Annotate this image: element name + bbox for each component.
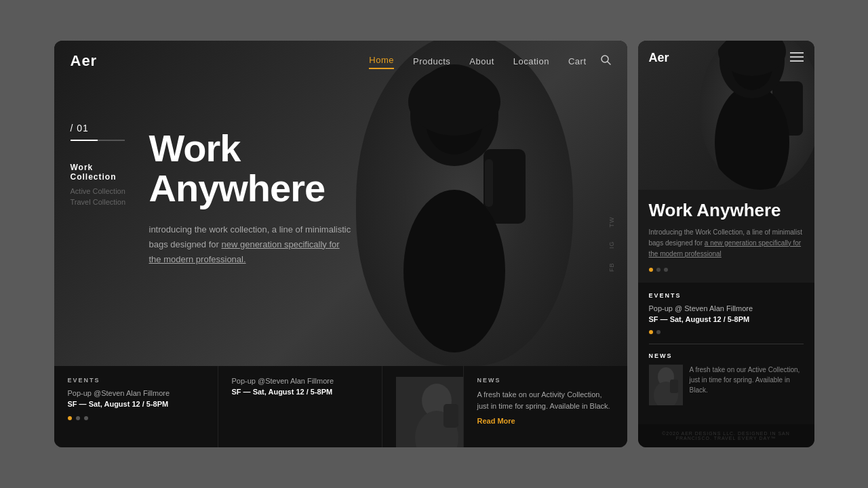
nav-item-cart[interactable]: Cart (568, 55, 587, 67)
mobile-nav: Aer (638, 41, 814, 75)
slide-number: / 01 (71, 123, 89, 134)
social-ig[interactable]: IG (608, 241, 615, 249)
events-section-1: EVENTS Pop-up @Steven Alan Fillmore SF —… (54, 366, 218, 447)
mobile-event-date: SF — Sat, August 12 / 5-8PM (649, 315, 804, 323)
app-container: Aer Home Products About Location Cart (54, 41, 814, 447)
nav-item-about[interactable]: About (469, 55, 494, 67)
news-label: NEWS (477, 377, 614, 384)
product-image (382, 366, 464, 447)
hero-content: Work Anywhere introducing the work colle… (149, 129, 519, 267)
slide-indicator: / 01 (71, 122, 136, 141)
svg-rect-11 (443, 404, 458, 428)
collection-item-travel[interactable]: Travel Collection (71, 198, 136, 206)
mobile-dot-1 (649, 268, 653, 272)
mobile-footer: ©2020 AER DESIGNS LLC. DESIGNED IN SAN F… (638, 424, 814, 447)
nav-item-location[interactable]: Location (513, 55, 549, 67)
mobile-logo[interactable]: Aer (649, 51, 669, 65)
mobile-hero-title: Work Anywhere (649, 201, 804, 220)
collection-item-active[interactable]: Active Collection (71, 187, 136, 195)
mobile-footer-text: ©2020 AER DESIGNS LLC. DESIGNED IN SAN F… (649, 431, 804, 441)
nav-item-products[interactable]: Products (413, 55, 450, 67)
event-date-2: SF — Sat, August 12 / 5-8PM (232, 388, 368, 396)
mobile-hero-dots (649, 268, 804, 272)
mobile-event-dot-1 (649, 330, 653, 334)
mobile-event-title: Pop-up @ Steven Alan Fillmore (649, 304, 804, 312)
mobile-hero: Aer (638, 41, 814, 190)
nav-links: Home Products About Location Cart (369, 54, 586, 69)
dot-2 (76, 416, 80, 420)
hero-description: introducing the work collection, a line … (149, 222, 353, 267)
svg-line-7 (608, 62, 610, 64)
event-date-1: SF — Sat, August 12 / 5-8PM (68, 400, 204, 408)
search-icon[interactable] (600, 54, 611, 68)
dot-3 (84, 416, 88, 420)
svg-rect-24 (670, 380, 678, 393)
collection-list: Work Collection Active Collection Travel… (71, 163, 136, 209)
social-links: TW IG FB (608, 216, 615, 271)
bottom-bar: EVENTS Pop-up @Steven Alan Fillmore SF —… (54, 366, 627, 447)
news-text: A fresh take on our Activity Collection,… (477, 389, 614, 411)
mobile-card: Aer Work Anywhere Introducing the Work C… (638, 41, 814, 447)
mobile-news-thumbnail (649, 365, 683, 405)
mobile-event-dots (649, 330, 804, 334)
events-section-2: Pop-up @Steven Alan Fillmore SF — Sat, A… (218, 366, 382, 447)
collection-title[interactable]: Work Collection (71, 163, 136, 182)
events-label-1: EVENTS (68, 377, 204, 384)
mobile-hero-desc: Introducing the Work Collection, a line … (649, 227, 804, 260)
hamburger-icon[interactable] (790, 51, 804, 65)
mobile-divider (649, 344, 804, 344)
mobile-news-row: A fresh take on our Active Collection, j… (649, 365, 804, 405)
mobile-event-dot-2 (656, 330, 660, 334)
read-more-link[interactable]: Read More (477, 417, 614, 425)
nav-item-home[interactable]: Home (369, 54, 394, 69)
left-sidebar: / 01 Work Collection Active Collection T… (54, 81, 149, 366)
mobile-events-news: EVENTS Pop-up @ Steven Alan Fillmore SF … (638, 283, 814, 424)
news-section: NEWS A fresh take on our Activity Collec… (464, 366, 627, 447)
social-tw[interactable]: TW (608, 216, 615, 227)
mobile-dot-3 (664, 268, 668, 272)
mobile-news-text: A fresh take on our Active Collection, j… (690, 365, 804, 395)
event-title-2: Pop-up @Steven Alan Fillmore (232, 377, 368, 385)
desktop-card: Aer Home Products About Location Cart (54, 41, 627, 447)
social-fb[interactable]: FB (608, 262, 615, 272)
mobile-events-label: EVENTS (649, 292, 804, 299)
dot-1 (68, 416, 72, 420)
desktop-nav: Aer Home Products About Location Cart (54, 41, 627, 81)
slide-progress (71, 140, 125, 141)
mobile-dot-2 (656, 268, 660, 272)
person-thumbnail (396, 377, 450, 436)
mobile-news-label: NEWS (649, 352, 804, 359)
mobile-content: Work Anywhere Introducing the Work Colle… (638, 190, 814, 283)
hero-title: Work Anywhere (149, 129, 519, 209)
desktop-logo[interactable]: Aer (71, 52, 98, 70)
event-dots-1 (68, 416, 204, 420)
event-title-1: Pop-up @Steven Alan Fillmore (68, 389, 204, 397)
